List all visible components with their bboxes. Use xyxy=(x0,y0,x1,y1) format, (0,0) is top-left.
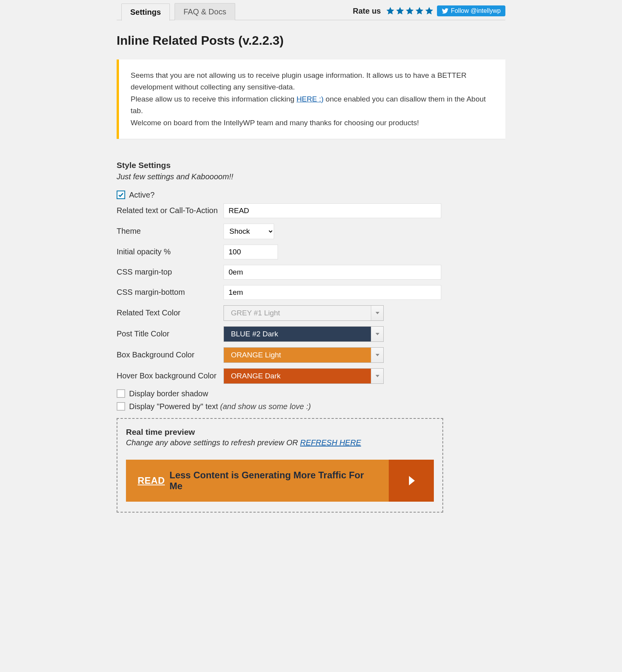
preview-panel: Real time preview Change any above setti… xyxy=(117,418,443,513)
opacity-label: Initial opacity % xyxy=(117,247,224,256)
preview-post-title: Less Content is Generating More Traffic … xyxy=(169,470,377,492)
rate-area: Rate us Follow @intellywp xyxy=(353,5,505,20)
star-icon xyxy=(425,6,434,16)
checkmark-icon xyxy=(118,192,124,198)
related-text-label: Related text or Call-To-Action xyxy=(117,206,224,215)
preview-title: Real time preview xyxy=(126,427,434,437)
border-shadow-label: Display border shadow xyxy=(129,389,208,398)
twitter-icon xyxy=(442,7,449,14)
color-value: BLUE #2 Dark xyxy=(224,327,371,341)
star-icon xyxy=(395,6,405,16)
opacity-input[interactable] xyxy=(224,245,278,259)
page-title: Inline Related Posts (v.2.2.3) xyxy=(117,33,505,48)
color-value: GREY #1 Light xyxy=(224,306,371,320)
style-settings-section: Style Settings Just few settings and Kab… xyxy=(117,161,505,513)
star-icon xyxy=(386,6,395,16)
twitter-follow-button[interactable]: Follow @intellywp xyxy=(437,5,505,16)
color-value: ORANGE Light xyxy=(224,348,371,362)
related-text-color-select[interactable]: GREY #1 Light xyxy=(224,305,384,321)
related-text-input[interactable] xyxy=(224,203,441,218)
chevron-right-icon xyxy=(404,474,418,488)
tab-faq-docs[interactable]: FAQ & Docs xyxy=(175,3,235,20)
post-title-color-select[interactable]: BLUE #2 Dark xyxy=(224,326,384,342)
preview-related-box[interactable]: READ Less Content is Generating More Tra… xyxy=(126,460,434,502)
margin-top-input[interactable] xyxy=(224,265,441,280)
chevron-down-icon xyxy=(371,327,383,341)
related-text-color-label: Related Text Color xyxy=(117,308,224,317)
star-icon xyxy=(405,6,414,16)
rate-label: Rate us xyxy=(353,7,382,16)
chevron-down-icon xyxy=(371,369,383,383)
preview-box-main: READ Less Content is Generating More Tra… xyxy=(126,460,389,502)
margin-bottom-label: CSS margin-bottom xyxy=(117,288,224,297)
post-title-color-label: Post Title Color xyxy=(117,329,224,338)
rating-stars[interactable] xyxy=(386,6,434,16)
section-title: Style Settings xyxy=(117,161,505,170)
tab-settings[interactable]: Settings xyxy=(121,4,170,21)
chevron-down-icon xyxy=(371,348,383,362)
box-bg-color-label: Box Background Color xyxy=(117,350,224,359)
section-subtitle: Just few settings and Kaboooom!! xyxy=(117,172,505,181)
color-value: ORANGE Dark xyxy=(224,369,371,383)
active-label: Active? xyxy=(129,191,155,200)
star-icon xyxy=(415,6,424,16)
preview-subtitle: Change any above settings to refresh pre… xyxy=(126,438,434,447)
notice-line-1: Seems that you are not allowing us to re… xyxy=(131,70,494,93)
hover-box-bg-color-label: Hover Box background Color xyxy=(117,371,224,380)
preview-arrow-box xyxy=(389,460,434,502)
notice-line-2: Please allow us to receive this informat… xyxy=(131,93,494,117)
chevron-down-icon xyxy=(371,306,383,320)
theme-label: Theme xyxy=(117,227,224,236)
active-checkbox[interactable] xyxy=(117,191,125,199)
margin-bottom-input[interactable] xyxy=(224,285,441,300)
powered-by-label: Display "Powered by" text (and show us s… xyxy=(129,402,311,411)
hover-box-bg-color-select[interactable]: ORANGE Dark xyxy=(224,368,384,384)
border-shadow-checkbox[interactable] xyxy=(117,389,125,398)
powered-by-checkbox[interactable] xyxy=(117,402,125,411)
tabs: Settings FAQ & Docs xyxy=(121,3,235,20)
twitter-follow-label: Follow @intellywp xyxy=(451,7,501,14)
tracking-notice: Seems that you are not allowing us to re… xyxy=(117,60,505,139)
notice-line-3: Welcome on board from the IntellyWP team… xyxy=(131,117,494,129)
enable-tracking-link[interactable]: HERE :) xyxy=(297,95,324,103)
box-bg-color-select[interactable]: ORANGE Light xyxy=(224,347,384,363)
top-bar: Settings FAQ & Docs Rate us Follow @inte… xyxy=(117,0,505,20)
theme-select[interactable]: Shock xyxy=(224,224,274,239)
preview-read-label: READ xyxy=(138,475,165,486)
refresh-preview-link[interactable]: REFRESH HERE xyxy=(300,438,361,447)
margin-top-label: CSS margin-top xyxy=(117,268,224,276)
